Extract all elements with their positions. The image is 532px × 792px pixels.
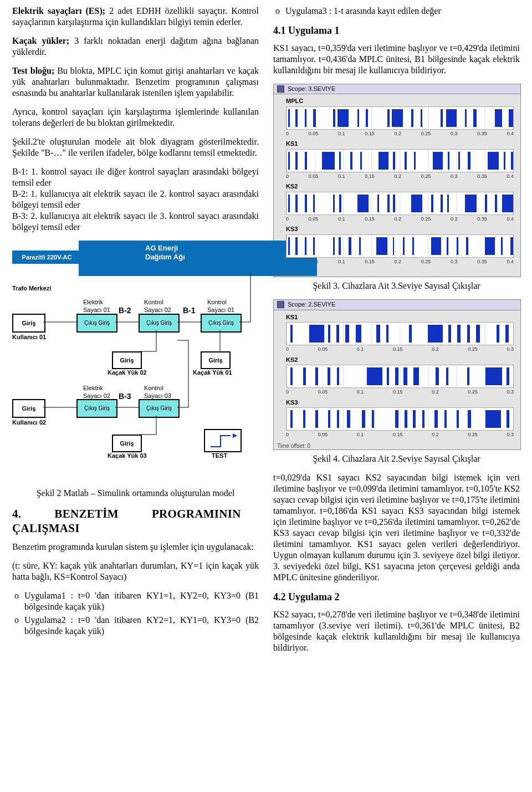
para-b2: B-2: 1. kullanıcıya ait elektrik sayacı … bbox=[12, 188, 259, 211]
user01-giris: Giriş bbox=[12, 314, 45, 333]
figure-4-scope: Scope: 2.SEVIYE KS100.050.10.150.20.250.… bbox=[273, 299, 521, 450]
ky01-giris: Giriş bbox=[201, 351, 231, 369]
scope-icon bbox=[277, 301, 284, 308]
plot-ticks: 00.050.10.150.20.250.3 bbox=[286, 346, 514, 352]
plot-ks2 bbox=[286, 192, 514, 215]
plot-label: KS1 bbox=[286, 140, 517, 148]
ky03-giris: Giriş bbox=[112, 435, 142, 452]
figure-2-block-diagram: AG Enerji Dağıtım Ağı Parazitli 220V-AC … bbox=[12, 241, 259, 484]
b3-tag: B-3 bbox=[119, 392, 131, 402]
plot-ticks: 00.050.10.150.20.250.30.350.4 bbox=[286, 131, 514, 137]
svg-marker-0 bbox=[233, 433, 237, 438]
plot-ticks: 00.050.10.150.20.250.3 bbox=[286, 432, 514, 438]
ks02-box: Çıkış Giriş bbox=[139, 314, 180, 333]
plot-label: KS1 bbox=[286, 314, 517, 321]
plot-ks3 bbox=[286, 234, 514, 258]
scope2-titlebar: Scope: 2.SEVIYE bbox=[274, 300, 520, 310]
scope3-body: MPLC00.050.10.150.20.250.30.350.4KS100.0… bbox=[274, 94, 520, 269]
scope2-timeoffset: Time offset: 0 bbox=[274, 443, 520, 450]
page: Elektrik sayaçları (ES); 2 adet EDHH öze… bbox=[0, 0, 532, 678]
plot-label: KS3 bbox=[286, 399, 517, 407]
b1-tag: B-1 bbox=[183, 306, 196, 316]
ky02-label: Kaçak Yük 02 bbox=[108, 369, 147, 377]
scope-icon bbox=[277, 85, 284, 93]
es01-box: Çıkış Giriş bbox=[76, 314, 117, 333]
caption-fig2: Şekil 2 Matlab – Simulink ortamında oluş… bbox=[12, 488, 259, 499]
ky03-label: Kaçak Yük 03 bbox=[108, 452, 147, 460]
parazitli-label: Parazitli 220V-AC bbox=[22, 254, 72, 260]
para-legend: (t: süre, KY: kaçak yük anahtarları duru… bbox=[12, 560, 259, 582]
trafo-label: Trafo Merkezi bbox=[12, 285, 51, 293]
para-b3: B-3: 2. kullanıcıya ait elektrik sayacı … bbox=[12, 211, 259, 233]
para-4-1: KS1 sayacı, t=0,359'da veri iletimine ba… bbox=[273, 43, 520, 76]
plot-label: KS2 bbox=[286, 356, 517, 364]
ks03-label: Kontrol Sayacı 03 bbox=[144, 385, 171, 400]
para-b1: B-1: 1. kontrol sayacı ile diğer kontrol… bbox=[12, 166, 259, 188]
application-list-left: Uygulama1 : t=0 'dan itibaren KY1=1, KY2… bbox=[12, 590, 259, 637]
test-label: TEST bbox=[212, 452, 227, 460]
plot-label: KS3 bbox=[286, 226, 517, 233]
scope2-body: KS100.050.10.150.20.250.3KS200.050.10.15… bbox=[274, 310, 520, 443]
para-run-intro: Benzetim programında kurulan sistem şu i… bbox=[12, 541, 259, 553]
user01-label: Kullanıcı 01 bbox=[12, 334, 46, 341]
plot-ticks: 00.050.10.150.20.250.30.350.4 bbox=[286, 173, 514, 180]
ks03-box: Çıkış Giriş bbox=[139, 399, 180, 418]
parazitli-box: Parazitli 220V-AC bbox=[12, 251, 81, 264]
es02-label: Elektrik Sayacı 02 bbox=[83, 385, 110, 400]
ks01-box: Çıkış Giriş bbox=[201, 314, 242, 333]
scope3-title: Scope: 3.SEVIYE bbox=[288, 85, 335, 93]
ks01-label: Kontrol Sayacı 01 bbox=[207, 299, 234, 314]
scope2-title: Scope: 2.SEVIYE bbox=[288, 301, 335, 309]
right-column: Uygulama3 : 1-t arasında kayıt edilen de… bbox=[273, 6, 520, 661]
lead-test: Test bloğu; bbox=[12, 66, 54, 75]
figure-3-scope: Scope: 3.SEVIYE MPLC00.050.10.150.20.250… bbox=[273, 84, 521, 277]
list-item: Uygulama3 : 1-t arasında kayıt edilen de… bbox=[273, 6, 520, 17]
ky01-label: Kaçak Yük 01 bbox=[193, 369, 232, 377]
banner-ag: AG Enerji Dağıtım Ağı bbox=[79, 241, 317, 276]
lead-es: Elektrik sayaçları (ES); bbox=[12, 6, 105, 16]
plot-ticks: 00.050.10.150.20.250.30.350.4 bbox=[286, 216, 514, 222]
application-list-right: Uygulama3 : 1-t arasında kayıt edilen de… bbox=[273, 6, 520, 17]
para-4-2: KS2 sayacı, t=0,278'de veri iletimine ba… bbox=[273, 609, 520, 653]
para-tolerance: Ayrıca, kontrol sayaçları için karşılaşt… bbox=[12, 106, 259, 129]
para-test: Test bloğu; Bu blokta, MPLC için komut g… bbox=[12, 65, 259, 99]
heading-4-2: 4.2 Uygulama 2 bbox=[273, 591, 520, 604]
list-item: Uygulama2 : t=0 'dan itibaren KY2=1, KY1… bbox=[12, 615, 259, 637]
b2-tag: B-2 bbox=[119, 306, 131, 316]
plot-mplc bbox=[286, 106, 514, 130]
plot-ks1 bbox=[286, 322, 514, 345]
lead-ky: Kaçak yükler; bbox=[12, 36, 69, 45]
user02-label: Kullanıcı 02 bbox=[12, 419, 46, 427]
para-ky: Kaçak yükler; 3 farklı noktadan enerji d… bbox=[12, 35, 259, 58]
plot-ks3 bbox=[286, 407, 514, 431]
plot-label: KS2 bbox=[286, 183, 517, 191]
es02-box: Çıkış Giriş bbox=[76, 399, 117, 418]
para-b-intro: Şekil.2'te oluşturulan modele ait blok d… bbox=[12, 136, 259, 159]
test-box bbox=[204, 429, 242, 452]
plot-ticks: 00.050.10.150.20.250.30.350.4 bbox=[286, 259, 514, 265]
heading-4-1: 4.1 Uygulama 1 bbox=[273, 24, 520, 37]
plot-ks2 bbox=[286, 365, 514, 388]
user02-giris: Giriş bbox=[12, 399, 45, 418]
left-column: Elektrik sayaçları (ES); 2 adet EDHH öze… bbox=[12, 6, 259, 661]
para-es: Elektrik sayaçları (ES); 2 adet EDHH öze… bbox=[12, 6, 259, 28]
es01-label: Elektrik Sayacı 01 bbox=[83, 299, 110, 314]
plot-ticks: 00.050.10.150.20.250.3 bbox=[286, 389, 514, 395]
banner-line1: AG Enerji bbox=[145, 244, 178, 252]
plot-ks1 bbox=[286, 149, 514, 172]
caption-fig3: Şekil 3. Cihazlara Ait 3.Seviye Sayısal … bbox=[273, 280, 520, 292]
heading-section-4: 4.BENZETİMPROGRAMININÇALIŞMASI bbox=[12, 507, 259, 536]
ks02-label: Kontrol Sayacı 02 bbox=[144, 299, 171, 314]
ky02-giris: Giriş bbox=[112, 351, 142, 369]
caption-fig4: Şekil 4. Cihazlara Ait 2.Seviye Sayısal … bbox=[273, 453, 520, 464]
plot-label: MPLC bbox=[286, 98, 517, 105]
para-after-fig4: t=0,029'da KS1 sayacı KS2 sayacından bil… bbox=[273, 472, 520, 583]
banner-line2: Dağıtım Ağı bbox=[145, 253, 185, 261]
list-item: Uygulama1 : t=0 'dan itibaren KY1=1, KY2… bbox=[12, 590, 259, 612]
scope3-titlebar: Scope: 3.SEVIYE bbox=[274, 84, 520, 95]
